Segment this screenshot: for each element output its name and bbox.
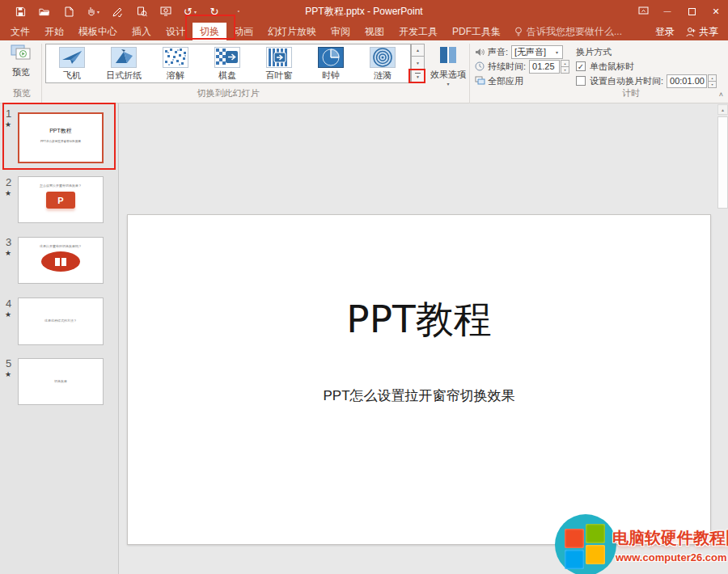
preview-icon [11, 44, 32, 62]
touch-mode-caret-icon[interactable]: ▾ [97, 9, 99, 15]
checkerboard-icon [214, 47, 240, 68]
slide-title[interactable]: PPT教程 [128, 294, 710, 345]
preview-button[interactable]: 预览 [5, 44, 37, 78]
ppt-logo: P [46, 192, 75, 209]
slide-number: 4 [6, 298, 11, 310]
ribbon: 预览 飞机 日式折纸 [0, 40, 728, 103]
maximize-button[interactable] [679, 0, 704, 23]
auto-advance-spin-down-icon[interactable]: ▾ [708, 82, 717, 88]
save-icon[interactable] [8, 0, 32, 23]
open-icon[interactable] [32, 0, 57, 23]
duration-spin-up-icon[interactable]: ▴ [561, 60, 569, 67]
slide-thumbnail-2[interactable]: 怎么设置拉开窗帘切换效果？ P [18, 176, 104, 223]
clock-icon [318, 47, 344, 68]
tab-template-center[interactable]: 模板中心 [71, 23, 125, 40]
transition-star-icon: ★ [5, 189, 11, 197]
sign-in-link[interactable]: 登录 [647, 23, 683, 40]
ripple-icon [370, 47, 396, 68]
duration-row: 持续时间: 01.25 ▴ ▾ [474, 60, 569, 73]
slide-number: 2 [6, 176, 11, 188]
slideshow-icon[interactable] [154, 0, 178, 23]
touch-mode-icon[interactable]: ▾ [81, 0, 105, 23]
auto-advance-spinner[interactable]: 00:01.00 ▴ ▾ [667, 74, 717, 88]
tab-developer[interactable]: 开发工具 [392, 23, 445, 40]
close-button[interactable]: ✕ [704, 0, 728, 23]
auto-advance-checkbox[interactable] [576, 76, 586, 86]
new-document-icon[interactable] [57, 0, 81, 23]
transition-star-icon: ★ [5, 249, 11, 257]
vertical-scrollbar[interactable]: ▴ [717, 104, 728, 574]
tab-insert[interactable]: 插入 [125, 23, 159, 40]
apply-all-icon [474, 76, 485, 86]
on-mouse-click-checkbox[interactable]: ✓ [576, 61, 586, 71]
sound-row: 声音: [无声音] ▾ [474, 45, 563, 58]
workspace: 1 ★ PPT教程 PPT怎么设置拉开窗帘切换效果 2 ★ 怎么设置拉开窗帘切换… [0, 103, 728, 574]
tab-review[interactable]: 审阅 [324, 23, 358, 40]
undo-caret-icon[interactable]: ▾ [194, 9, 197, 15]
transition-checkerboard[interactable]: 棋盘 [201, 44, 253, 82]
slide-subtitle[interactable]: PPT怎么设置拉开窗帘切换效果 [128, 386, 710, 405]
person-icon [686, 27, 696, 37]
collapse-ribbon-icon[interactable]: ˄ [719, 91, 723, 99]
transition-plane[interactable]: 飞机 [46, 44, 98, 82]
tab-slideshow[interactable]: 幻灯片放映 [260, 23, 324, 40]
print-preview-icon[interactable] [129, 0, 154, 23]
auto-advance-spin-up-icon[interactable]: ▴ [708, 74, 717, 82]
tab-view[interactable]: 视图 [358, 23, 392, 40]
combobox-caret-icon[interactable]: ▾ [552, 49, 562, 55]
transition-star-icon: ★ [5, 310, 11, 319]
watermark-site-url: www.computer26.com [616, 551, 727, 563]
ppt-ellipse-logo [41, 251, 80, 272]
window-title: PPT教程.pptx - PowerPoint [305, 5, 422, 19]
slide-number: 3 [6, 236, 11, 248]
annotation-rect-transitions-tab [185, 15, 235, 40]
annotation-rect-slide-1 [2, 103, 116, 170]
advance-slide-label: 换片方式 [576, 45, 615, 58]
apply-all-button[interactable]: 全部应用 [474, 74, 527, 87]
ribbon-tab-row: 文件 开始 模板中心 插入 设计 切换 动画 幻灯片放映 审阅 视图 开发工具 … [0, 23, 728, 40]
windows-logo-blue-pane [565, 550, 584, 569]
tab-home[interactable]: 开始 [37, 23, 71, 40]
transition-gallery: 飞机 日式折纸 溶解 [45, 44, 411, 83]
titlebar: ▾ ↺▾ ↻ ⹀ PPT教程.pptx - PowerPoint — [0, 0, 728, 23]
auto-advance-option[interactable]: 设置自动换片时间: 00:01.00 ▴ ▾ [576, 74, 717, 87]
on-mouse-click-option[interactable]: ✓ 单击鼠标时 [576, 60, 637, 73]
window-controls: — ✕ [631, 0, 728, 23]
gallery-scroll-down-button[interactable]: ▼ [411, 57, 425, 70]
speaker-icon [474, 48, 485, 57]
duration-spinner[interactable]: 01.25 ▴ ▾ [529, 60, 569, 74]
transition-clock[interactable]: 时钟 [305, 44, 357, 82]
proofing-icon[interactable] [105, 0, 129, 23]
slide-canvas[interactable]: PPT教程 PPT怎么设置拉开窗帘切换效果 [127, 214, 711, 545]
clock-small-icon [474, 61, 485, 71]
slide-thumbnail-4[interactable]: 这是这种样式的方法？ [18, 298, 104, 345]
scrollbar-thumb[interactable] [717, 116, 728, 209]
blinds-icon [266, 47, 292, 68]
scrollbar-up-icon[interactable]: ▴ [717, 104, 728, 115]
duration-spin-down-icon[interactable]: ▾ [561, 67, 569, 74]
slide-thumbnail-5[interactable]: 切换效果 [18, 358, 104, 405]
plane-icon [59, 47, 85, 68]
sound-combobox[interactable]: [无声音] ▾ [511, 45, 563, 59]
ribbon-display-options-icon[interactable] [631, 0, 655, 23]
tab-pdf-tools[interactable]: PDF工具集 [445, 23, 508, 40]
transition-blinds[interactable]: 百叶窗 [253, 44, 305, 82]
slide-thumbnail-3[interactable]: 这是拉开窗帘的切换效果吗？ [18, 237, 104, 284]
effect-options-button[interactable]: 效果选项 ▾ [429, 44, 468, 87]
origami-icon [111, 47, 137, 68]
transition-dissolve[interactable]: 溶解 [150, 44, 201, 82]
transition-ripple[interactable]: 涟漪 [357, 44, 408, 82]
annotation-rect-gallery-more-button [408, 69, 425, 83]
windows-logo-green-pane [586, 524, 605, 543]
gallery-scroll-up-button[interactable]: ▲ [411, 44, 425, 57]
slide-editing-area: PPT教程 PPT怎么设置拉开窗帘切换效果 ▴ [119, 103, 728, 574]
slide-thumbnail-panel: 1 ★ PPT教程 PPT怎么设置拉开窗帘切换效果 2 ★ 怎么设置拉开窗帘切换… [0, 103, 119, 574]
minimize-button[interactable]: — [655, 0, 679, 23]
tab-file[interactable]: 文件 [3, 23, 37, 40]
powerpoint-window: ▾ ↺▾ ↻ ⹀ PPT教程.pptx - PowerPoint — [0, 0, 728, 574]
share-button[interactable]: 共享 [683, 23, 728, 40]
preview-group-label: 预览 [5, 87, 39, 99]
transition-origami[interactable]: 日式折纸 [98, 44, 150, 82]
lightbulb-icon [514, 27, 523, 37]
tell-me-box[interactable]: 告诉我您想要做什么... [508, 23, 629, 40]
